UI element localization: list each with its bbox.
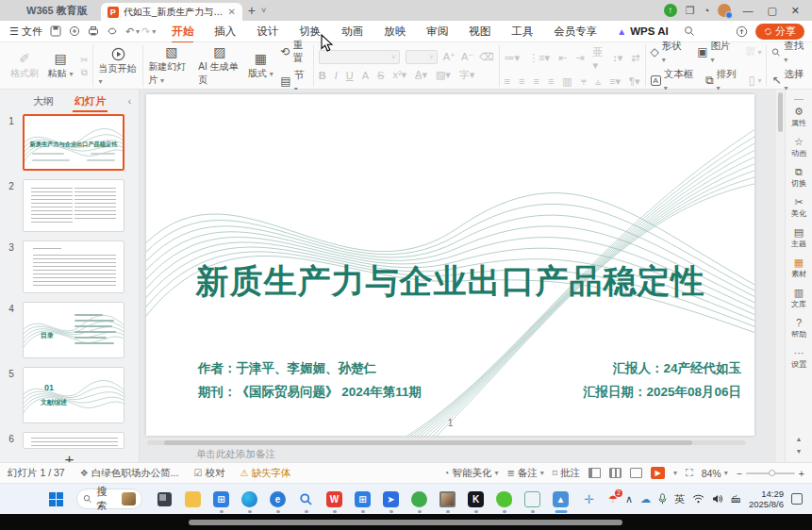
tab-insert[interactable]: 插入 xyxy=(204,22,246,41)
tab-outline[interactable]: 大纲 xyxy=(31,92,56,110)
slideshow-chevron-icon[interactable]: ▾ xyxy=(673,469,677,477)
slideshow-play-button[interactable]: ▶ xyxy=(651,467,665,479)
rail-help[interactable]: ?帮助 xyxy=(790,317,807,340)
taskbar-clock[interactable]: 14:292025/8/6 xyxy=(749,489,784,509)
reset-button[interactable]: ⟲重置 xyxy=(280,39,307,65)
file-explorer-icon[interactable] xyxy=(184,490,202,508)
snip-tool-icon[interactable]: ✛ xyxy=(580,490,598,508)
new-tab-button[interactable]: + xyxy=(242,3,261,18)
sorter-view-button[interactable] xyxy=(609,468,621,478)
rail-collapse-icon[interactable]: — xyxy=(794,93,804,104)
editing-canvas[interactable]: 新质生产力与企业出口产品稳定性 作者：于津平、李媚媚、孙楚仁 期刊：《国际贸易问… xyxy=(140,90,776,462)
zoom-slider-handle[interactable] xyxy=(769,470,775,476)
current-slide[interactable]: 新质生产力与企业出口产品稳定性 作者：于津平、李媚媚、孙楚仁 期刊：《国际贸易问… xyxy=(146,94,754,436)
avatar[interactable] xyxy=(718,4,731,17)
task-view-icon[interactable] xyxy=(156,490,174,508)
slide-thumbnail-6[interactable] xyxy=(23,432,124,449)
vertical-scrollbar[interactable] xyxy=(776,90,785,462)
browser-360-icon[interactable]: e xyxy=(269,490,287,508)
save-icon[interactable] xyxy=(50,25,61,37)
ai-generate-page-button[interactable]: ▨AI 生成单页 xyxy=(198,45,240,87)
proofread-button[interactable]: ☑校对 xyxy=(193,467,224,480)
tab-tools[interactable]: 工具 xyxy=(501,22,543,41)
tab-view[interactable]: 视图 xyxy=(458,22,501,41)
tab-slideshow[interactable]: 放映 xyxy=(373,22,416,41)
rail-settings[interactable]: ···设置 xyxy=(790,347,807,371)
rail-beautify[interactable]: ✂美化 xyxy=(790,196,807,220)
export-icon[interactable] xyxy=(69,25,80,37)
volume-icon[interactable] xyxy=(712,494,723,504)
tab-member[interactable]: 会员专享 xyxy=(543,22,607,41)
horizontal-scrollbar[interactable] xyxy=(147,440,746,445)
new-slide-button[interactable]: ▧新建幻灯片 ▾ xyxy=(148,45,194,87)
sync-icon[interactable] xyxy=(107,25,118,37)
reading-view-button[interactable] xyxy=(630,468,642,478)
office-grid-icon[interactable]: ⊞ xyxy=(354,490,372,508)
mode-icon[interactable]: ◔ xyxy=(704,5,710,16)
upgrade-icon[interactable]: ↑ xyxy=(664,4,677,17)
rail-library[interactable]: ▥文库 xyxy=(790,287,807,310)
antivirus-umbrella-icon[interactable]: ☂2 xyxy=(608,493,618,505)
slide-journal-text[interactable]: 期刊：《国际贸易问题》 2024年第11期 xyxy=(198,384,422,401)
slide-thumbnail-2[interactable] xyxy=(23,179,124,232)
tab-list-chevron-icon[interactable]: ˅ xyxy=(261,6,266,15)
undo-icon[interactable]: ↶ xyxy=(125,25,134,38)
search-icon[interactable] xyxy=(684,25,695,37)
picture-button[interactable]: ▣图片 ▾ xyxy=(697,40,735,64)
share-button[interactable]: 分享 xyxy=(755,24,804,40)
notification-center-icon[interactable] xyxy=(791,493,803,505)
rail-properties[interactable]: ⚙属性 xyxy=(790,106,807,129)
play-from-current-button[interactable]: 当页开始 ▾ xyxy=(98,47,138,86)
slide-thumbnail-4[interactable]: 目录 xyxy=(23,302,124,358)
slide-presenter-text[interactable]: 汇报人：24产经代如玉 xyxy=(612,360,741,377)
rail-animation[interactable]: ☆动画 xyxy=(790,136,807,159)
smart-beautify-button[interactable]: ◔智能美化▾ xyxy=(443,467,498,480)
recorder-app-icon[interactable] xyxy=(523,490,541,508)
zoom-slider[interactable]: −+ xyxy=(737,468,804,479)
tray-expand-chevron-icon[interactable]: ∧ xyxy=(625,493,633,505)
add-slide-button[interactable]: + xyxy=(0,451,139,462)
rail-transition[interactable]: ⧉切换 xyxy=(790,166,807,190)
normal-view-button[interactable] xyxy=(588,468,601,478)
slide-author-text[interactable]: 作者：于津平、李媚媚、孙楚仁 xyxy=(198,360,376,377)
photos-app-icon[interactable] xyxy=(439,490,456,508)
ribbon-collapse-icon[interactable]: ⌃ xyxy=(771,77,778,86)
previous-slide-button[interactable]: ▲ xyxy=(796,436,803,442)
comments-button[interactable]: ⌑批注 xyxy=(553,467,580,480)
document-tab[interactable]: P 代如玉_新质生产力与企业出... ✕ xyxy=(101,3,242,21)
theme-name-button[interactable]: ❖白绿色职场办公简... xyxy=(80,467,179,480)
tab-animation[interactable]: 动画 xyxy=(331,22,373,41)
fit-window-icon[interactable]: ⛶ xyxy=(686,467,693,479)
tab-slides[interactable]: 幻灯片 xyxy=(73,92,108,110)
tab-close-icon[interactable]: ✕ xyxy=(227,7,235,17)
print-icon[interactable] xyxy=(88,25,99,37)
panel-collapse-icon[interactable]: ‹ xyxy=(128,96,131,107)
touch-keyboard-icon[interactable]: 🖮 xyxy=(731,493,741,505)
cloud-sync-icon[interactable]: ☁ xyxy=(640,493,651,505)
slide-thumbnail-3[interactable] xyxy=(23,240,124,293)
slide-title-text[interactable]: 新质生产力与企业出口产品稳定性 xyxy=(146,259,754,304)
slide-date-text[interactable]: 汇报日期：2025年08月06日 xyxy=(583,384,741,401)
rail-material[interactable]: ▦素材 xyxy=(790,257,807,280)
slide-thumbnail-5[interactable]: 01 文献综述 xyxy=(23,367,124,423)
store-app-icon[interactable]: ⊞ xyxy=(212,490,230,508)
next-slide-button[interactable]: ▼ xyxy=(796,448,803,455)
upload-cloud-icon[interactable] xyxy=(736,25,748,38)
workspace-icon[interactable]: ❐ xyxy=(686,5,695,17)
shapes-button[interactable]: ◇形状 ▾ xyxy=(651,40,687,64)
wechat-app-icon[interactable] xyxy=(495,490,513,508)
tab-wps-ai[interactable]: ▲WPS AI xyxy=(607,25,677,37)
layout-button[interactable]: ▦版式 ▾ xyxy=(244,52,276,80)
close-button[interactable]: ✕ xyxy=(788,5,803,17)
notes-button[interactable]: ≣备注▾ xyxy=(506,467,543,480)
slide-thumbnail-1[interactable]: 新质生产力与企业出口产品稳定性 xyxy=(23,114,124,171)
notes-placeholder[interactable]: 单击此处添加备注 xyxy=(196,448,275,461)
rail-theme[interactable]: ▤主题 xyxy=(790,226,807,250)
ime-indicator[interactable]: 英 xyxy=(674,492,685,506)
zoom-level[interactable]: 84%▾ xyxy=(702,468,728,479)
wps-app-icon[interactable]: W xyxy=(325,490,343,508)
microphone-icon[interactable] xyxy=(658,493,667,505)
wps-brand[interactable]: W365 教育版 xyxy=(0,0,101,21)
sogou-app-icon[interactable] xyxy=(410,490,428,508)
k-app-icon[interactable]: K xyxy=(467,490,485,508)
